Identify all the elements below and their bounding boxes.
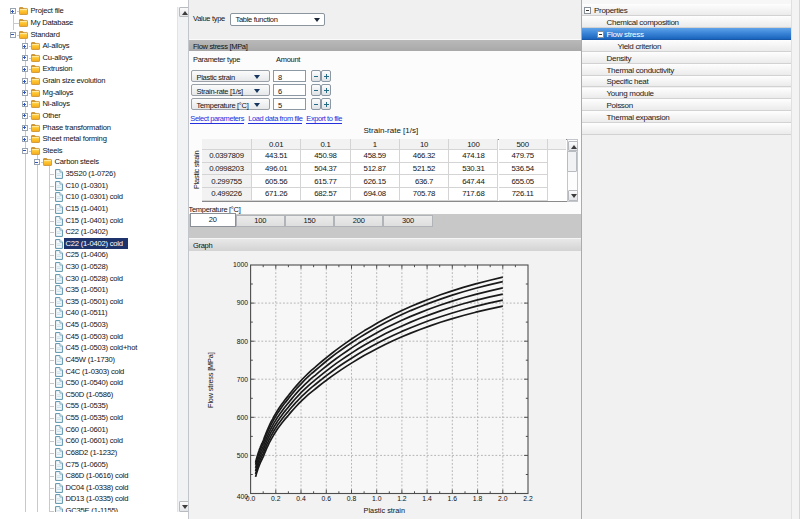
svg-text:2.0: 2.0 — [498, 494, 508, 501]
svg-text:Plastic strain: Plastic strain — [364, 505, 405, 514]
svg-text:0.8: 0.8 — [347, 494, 357, 501]
svg-text:1.6: 1.6 — [448, 494, 458, 501]
svg-text:1000: 1000 — [233, 261, 248, 268]
svg-text:Flow stress [MPa]: Flow stress [MPa] — [206, 352, 215, 408]
svg-text:0.0: 0.0 — [246, 494, 256, 501]
svg-text:0.4: 0.4 — [296, 494, 306, 501]
svg-text:500: 500 — [237, 451, 249, 458]
svg-text:1.8: 1.8 — [473, 494, 483, 501]
svg-text:2.2: 2.2 — [523, 494, 533, 501]
svg-text:600: 600 — [237, 413, 249, 420]
svg-text:0.6: 0.6 — [322, 494, 332, 501]
svg-text:700: 700 — [237, 375, 249, 382]
svg-text:1.0: 1.0 — [372, 494, 382, 501]
svg-text:1.4: 1.4 — [422, 494, 432, 501]
svg-text:800: 800 — [237, 337, 249, 344]
svg-text:900: 900 — [237, 299, 249, 306]
svg-text:1.2: 1.2 — [397, 494, 407, 501]
svg-text:0.2: 0.2 — [271, 494, 281, 501]
